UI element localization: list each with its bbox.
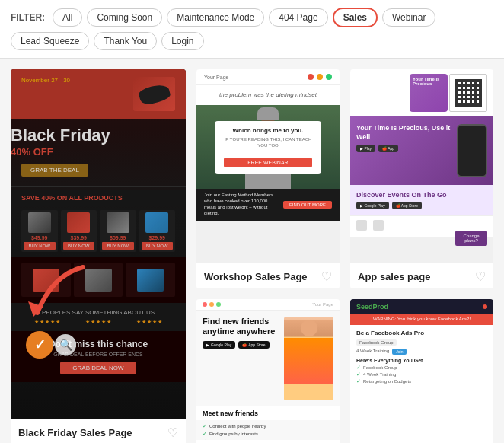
ws-modal-button[interactable]: FREE WEBINAR — [224, 158, 312, 167]
card-app-sales[interactable]: Your Time Is Precious Your Time Is Preci… — [350, 69, 493, 288]
filter-label: FILTER: — [11, 12, 45, 23]
ff-check-3: ✓ Chat and share moments — [203, 438, 333, 440]
ff-badge-google-play: ▶ Google Play — [203, 341, 235, 349]
filter-btn-thank-you[interactable]: Thank You — [94, 32, 157, 50]
filter-btn-sales[interactable]: Sales — [333, 8, 378, 27]
app-qr-code — [449, 74, 487, 112]
filter-btn-lead-squeeze[interactable]: Lead Squeeze — [11, 32, 89, 50]
app-hero-title: Your Time Is Precious, Use it Well — [356, 124, 452, 142]
sp-item-3-label: Retargeting on Budgets — [363, 379, 411, 384]
app-discover-section: Discover Events On The Go ▶ Google Play … — [350, 185, 493, 215]
ws-chef-image: Which brings me to you. IF YOU'RE READIN… — [196, 105, 340, 189]
filter-btn-404[interactable]: 404 Page — [269, 8, 327, 27]
ff-dot-orange — [209, 302, 214, 307]
sp-list-1: ✓ Facebook Group — [356, 365, 487, 371]
card-black-friday[interactable]: November 27 - 30 Black Friday 40% OFF GR… — [11, 69, 186, 443]
sp-meta-group: Facebook Group — [356, 339, 397, 346]
app-hero-section: Your Time Is Precious, Use it Well ▶ Pla… — [350, 116, 493, 185]
sp-content: Be a Facebook Ads Pro Facebook Group 4 W… — [350, 325, 493, 390]
workshop-title-bar: Workshop Sales Page ♡ — [196, 263, 340, 288]
ff-dot-red — [203, 302, 207, 307]
sp-header: SeedProd — [350, 299, 493, 314]
ff-store-badges: ▶ Google Play 🍎 App Store — [203, 341, 278, 349]
workshop-thumbnail: Your Page the problem was the dieting mi… — [196, 69, 340, 263]
filter-btn-maintenance[interactable]: Maintenance Mode — [167, 8, 264, 27]
app-discover-store-row: ▶ Google Play 🍎 App Store — [356, 202, 487, 209]
sp-check-1: ✓ — [356, 365, 361, 371]
ff-thumbnail: Your Page Find new friends anytime anywh… — [196, 299, 340, 440]
filter-btn-coming-soon[interactable]: Coming Soon — [87, 8, 162, 27]
check-circle: ✓ — [26, 331, 53, 359]
app-google-play: ▶ Play — [356, 145, 375, 152]
ws-dot-red — [308, 74, 314, 80]
filter-bar: FILTER: All Coming Soon Maintenance Mode… — [0, 0, 504, 59]
ws-social-text: Join our Fasting Method Members who have… — [204, 193, 277, 216]
sp-list-2: ✓ 4 Week Training — [356, 371, 487, 378]
ff-meet-section: Meet new friends — [196, 406, 340, 420]
ff-meet-text: Meet new friends — [203, 410, 258, 417]
ws-modal-title: Which brings me to you. — [224, 127, 312, 134]
app-hero-phone — [457, 124, 487, 177]
bf-heart-icon[interactable]: ♡ — [167, 425, 178, 440]
card-workshop-sales[interactable]: Your Page the problem was the dieting mi… — [196, 69, 340, 288]
sp-thumbnail: SeedProd WARNING: You think you know Fac… — [350, 299, 493, 440]
sp-be-text: Be a Facebook Ads Pro — [356, 330, 487, 336]
sp-group-row: 4 Week Training Join — [356, 349, 487, 355]
sp-list-3: ✓ Retargeting on Budgets — [356, 378, 487, 384]
person-torso — [284, 338, 333, 384]
ws-social-proof: Join our Fasting Method Members who have… — [196, 189, 340, 220]
app-top-mini-purple: Your Time Is Precious — [410, 74, 448, 112]
template-grid: November 27 - 30 Black Friday 40% OFF GR… — [0, 59, 504, 443]
sp-title-bar: App sales page ♡ — [350, 440, 493, 443]
search-circle[interactable]: 🔍 — [55, 334, 76, 355]
ws-problem-section: the problem was the dieting mindset — [196, 85, 340, 105]
ff-check-2: ✓ Find groups by interests — [203, 431, 333, 437]
app-card-title: App sales page — [358, 271, 430, 282]
person-head — [301, 320, 317, 336]
ff-hero: Find new friends anytime anywhere ▶ Goog… — [196, 311, 340, 406]
ws-dot-yellow — [317, 74, 323, 80]
sp-item-2-label: 4 Week Training — [363, 372, 396, 377]
sp-logo: SeedProd — [356, 303, 388, 311]
ff-badge-app-store: 🍎 App Store — [238, 341, 269, 349]
card-find-friends[interactable]: Your Page Find new friends anytime anywh… — [196, 299, 340, 443]
apple-icon: 🍎 — [242, 343, 247, 347]
ff-headline: Find new friends anytime anywhere — [203, 317, 278, 336]
sp-dot — [483, 304, 487, 309]
filter-btn-login[interactable]: Login — [161, 32, 203, 50]
ff-check-1: ✓ Connect with people nearby — [203, 423, 333, 429]
right-top-column: Your Page the problem was the dieting mi… — [196, 69, 340, 443]
ff-person-image — [284, 317, 333, 400]
ws-modal-overlay: Which brings me to you. IF YOU'RE READIN… — [196, 105, 340, 189]
filter-btn-all[interactable]: All — [53, 8, 82, 27]
sp-check-3: ✓ — [356, 378, 361, 384]
bf-thumbnail: November 27 - 30 Black Friday 40% OFF GR… — [11, 69, 186, 419]
sp-group-button[interactable]: Join — [392, 349, 407, 355]
app-thumbnail: Your Time Is Precious Your Time Is Preci… — [350, 69, 493, 263]
ws-dot-green — [326, 74, 332, 80]
workshop-heart-icon[interactable]: ♡ — [321, 269, 332, 284]
ws-modal: Which brings me to you. IF YOU'RE READIN… — [215, 121, 321, 174]
ws-header: Your Page — [196, 69, 340, 85]
app-heart-icon[interactable]: ♡ — [475, 269, 486, 284]
filter-btn-webinar[interactable]: Webinar — [382, 8, 435, 27]
app-discover-title: Discover Events On The Go — [356, 191, 487, 199]
bf-title-bar: Black Friday Sales Page ♡ — [11, 419, 186, 443]
card-seedprod[interactable]: SeedProd WARNING: You think you know Fac… — [350, 299, 493, 443]
app-top-section: Your Time Is Precious — [350, 69, 493, 116]
app-app-store: 🍎 App — [378, 145, 398, 152]
app-discover-play: ▶ Google Play — [356, 202, 389, 209]
selected-overlay — [11, 69, 186, 419]
workshop-card-title: Workshop Sales Page — [204, 271, 308, 282]
check-icon: ✓ — [34, 336, 46, 353]
search-icon: 🔍 — [59, 339, 72, 351]
app-change-plans: Change plans? — [455, 231, 487, 246]
ff-checklist: ✓ Connect with people nearby ✓ Find grou… — [196, 420, 340, 440]
ws-social-button[interactable]: FIND OUT MORE — [283, 201, 332, 209]
app-discover-apple: 🍎 App Store — [392, 202, 422, 209]
qr-pattern — [455, 79, 482, 107]
ff-dot-green — [216, 302, 221, 307]
ws-problem-text: the problem was the dieting mindset — [204, 91, 332, 99]
google-play-icon: ▶ — [206, 343, 209, 347]
ws-modal-sub: IF YOU'RE READING THIS, I CAN TEACH YOU … — [224, 137, 312, 149]
